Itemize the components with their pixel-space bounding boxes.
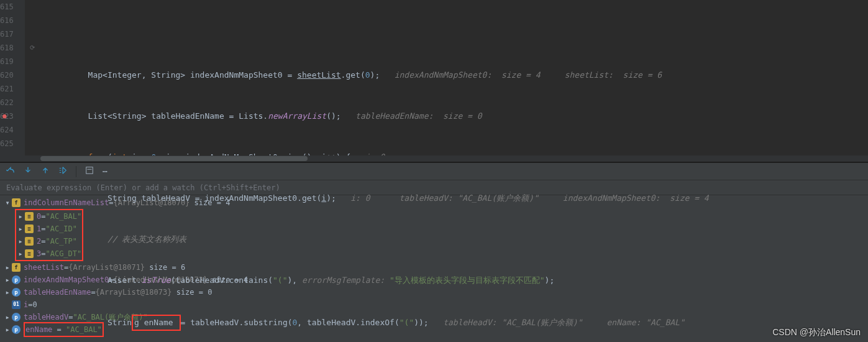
line-number: ●623 [0, 109, 14, 123]
line-number: 622 [0, 96, 14, 109]
expand-icon[interactable]: ▸ [4, 286, 11, 298]
scrollbar-thumb[interactable] [40, 156, 308, 161]
collapse-icon[interactable]: ▾ [4, 196, 11, 209]
code-line[interactable]: Map<Integer, String> indexAndNmMapSheet0… [25, 68, 868, 82]
field-icon: f [12, 263, 21, 272]
code-line[interactable]: String tableHeadV = indexAndNmMapSheet0.… [25, 192, 868, 205]
line-number: 624 [0, 123, 14, 137]
line-number: 616 [0, 14, 14, 27]
expand-icon[interactable]: ▸ [4, 311, 11, 323]
code-line[interactable]: String enName = tableHeadV.substring(0, … [25, 315, 868, 328]
param-icon: p [12, 313, 21, 321]
line-number: 617 [0, 27, 14, 41]
param-icon: p [12, 325, 21, 334]
watermark-text: CSDN @孙治AllenSun [772, 327, 861, 338]
line-number: ⟳618 [0, 41, 14, 55]
code-line[interactable]: // 表头英文名称列表 [25, 233, 868, 246]
code-body[interactable]: Map<Integer, String> indexAndNmMapSheet0… [25, 0, 868, 155]
horizontal-scrollbar[interactable] [0, 155, 868, 162]
expand-icon[interactable]: ▸ [4, 274, 11, 286]
line-gutter: 615 616 617 ⟳618 619 620 621 622 ●623 62… [0, 0, 25, 155]
breakpoint-icon[interactable]: ● [2, 109, 7, 123]
primitive-icon: 01 [12, 300, 21, 309]
step-over-button[interactable] [6, 166, 15, 177]
line-number: 621 [0, 82, 14, 96]
param-icon: p [12, 288, 21, 297]
field-icon: f [12, 198, 21, 207]
code-editor[interactable]: 615 616 617 ⟳618 619 620 621 622 ●623 62… [0, 0, 868, 155]
line-number: 620 [0, 68, 14, 82]
expand-icon[interactable]: ▸ [4, 323, 11, 336]
expand-icon[interactable]: ▸ [17, 235, 24, 247]
expand-icon[interactable]: ▸ [17, 223, 24, 235]
expand-icon[interactable]: ▸ [17, 210, 24, 223]
code-line[interactable]: Assert.isTrue(tableHeadV.contains("("), … [25, 274, 868, 287]
code-line[interactable]: List<String> tableHeadEnName = Lists.new… [25, 109, 868, 123]
line-number: 625 [0, 137, 14, 150]
expand-icon[interactable]: ▸ [17, 247, 24, 260]
line-number: 615 [0, 0, 14, 14]
line-number: 619 [0, 55, 14, 68]
param-icon: p [12, 275, 21, 284]
expand-icon[interactable]: ▸ [4, 261, 11, 274]
